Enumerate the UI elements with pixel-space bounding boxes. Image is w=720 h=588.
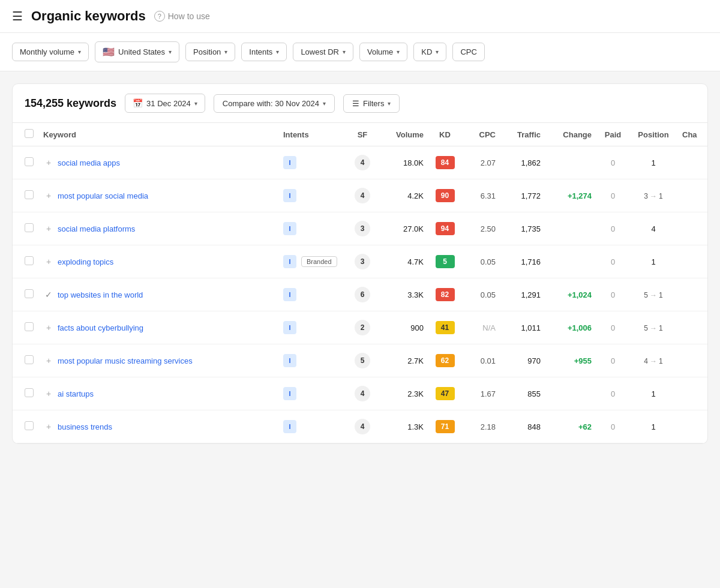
row-checkbox[interactable]	[25, 289, 34, 298]
row-checkbox[interactable]	[25, 256, 34, 265]
cpc-cell: 6.31	[461, 179, 500, 212]
sf-cell: 5	[344, 344, 380, 377]
table-row: +business trendsI41.3K712.18848+6201	[13, 410, 707, 443]
keyword-link[interactable]: facts about cyberbullying	[58, 323, 143, 332]
keywords-table: Keyword Intents SF Volume KD CPC Traffic…	[13, 123, 707, 443]
col-header-keyword[interactable]: Keyword	[38, 123, 278, 146]
kd-badge: 82	[436, 288, 455, 301]
position-dropdown[interactable]: Position ▾	[185, 43, 235, 61]
keyword-link[interactable]: most popular music streaming services	[58, 356, 193, 365]
row-checkbox[interactable]	[25, 388, 34, 397]
col-header-cha[interactable]: Cha	[677, 123, 707, 146]
kd-dropdown[interactable]: KD ▾	[413, 43, 446, 61]
row-checkbox-cell	[13, 146, 38, 179]
sf-badge: 3	[355, 221, 370, 236]
row-checkbox[interactable]	[25, 421, 34, 430]
add-icon[interactable]: +	[43, 191, 54, 200]
kd-label: KD	[421, 47, 432, 56]
volume-cell: 3.3K	[380, 278, 428, 311]
table-row: +social media appsI418.0K842.071,86201	[13, 146, 707, 179]
cpc-cell: 2.50	[461, 212, 500, 245]
keyword-link[interactable]: top websites in the world	[58, 290, 143, 299]
cpc-cell: 0.01	[461, 344, 500, 377]
col-header-volume[interactable]: Volume	[380, 123, 428, 146]
kd-badge: 90	[436, 189, 455, 202]
volume-cell: 4.7K	[380, 245, 428, 278]
compare-label: Compare with: 30 Nov 2024	[223, 99, 319, 108]
sf-cell: 3	[344, 245, 380, 278]
add-icon[interactable]: +	[43, 158, 54, 167]
col-header-sf[interactable]: SF	[344, 123, 380, 146]
lowest-dr-dropdown[interactable]: Lowest DR ▾	[293, 43, 353, 61]
question-icon: ?	[154, 11, 165, 22]
change-value: +1,024	[568, 290, 592, 299]
menu-icon[interactable]: ☰	[12, 9, 23, 23]
filters-button[interactable]: ☰ Filters ▾	[343, 94, 400, 113]
add-icon[interactable]: +	[43, 422, 54, 431]
keyword-link[interactable]: business trends	[58, 422, 112, 431]
cpc-dropdown[interactable]: CPC	[452, 43, 484, 61]
col-header-traffic[interactable]: Traffic	[500, 123, 545, 146]
keyword-link[interactable]: social media platforms	[58, 224, 135, 233]
kd-cell: 84	[428, 146, 461, 179]
position-label: Position	[193, 47, 221, 56]
monthly-volume-dropdown[interactable]: Monthly volume ▾	[12, 43, 89, 61]
date-button[interactable]: 📅 31 Dec 2024 ▾	[125, 94, 205, 113]
volume-dropdown[interactable]: Volume ▾	[359, 43, 407, 61]
main-content: 154,255 keywords 📅 31 Dec 2024 ▾ Compare…	[0, 71, 720, 456]
table-header-bar: 154,255 keywords 📅 31 Dec 2024 ▾ Compare…	[13, 84, 707, 123]
add-icon[interactable]: +	[43, 224, 54, 233]
row-checkbox[interactable]	[25, 190, 34, 199]
country-dropdown[interactable]: 🇺🇸 United States ▾	[95, 41, 179, 62]
arrow-icon: →	[650, 192, 657, 200]
keyword-cell: +ai startups	[38, 377, 278, 410]
intents-cell: I	[278, 377, 344, 410]
how-to-use-link[interactable]: ? How to use	[154, 11, 210, 22]
select-all-checkbox[interactable]	[25, 129, 34, 138]
add-icon[interactable]: +	[43, 257, 54, 266]
keyword-link[interactable]: exploding topics	[58, 257, 113, 266]
change-cell: +1,024	[545, 278, 596, 311]
traffic-cell: 855	[500, 377, 545, 410]
col-header-change[interactable]: Change	[545, 123, 596, 146]
intents-dropdown[interactable]: Intents ▾	[241, 43, 287, 61]
intent-badge: I	[283, 222, 296, 235]
keyword-link[interactable]: most popular social media	[58, 191, 148, 200]
col-header-cpc[interactable]: CPC	[461, 123, 500, 146]
add-icon[interactable]: +	[43, 389, 54, 398]
add-icon[interactable]: +	[43, 323, 54, 332]
position-arrow: 5 → 1	[644, 324, 662, 332]
add-icon[interactable]: +	[43, 356, 54, 365]
col-header-position[interactable]: Position	[629, 123, 677, 146]
cha-cell	[677, 212, 707, 245]
row-checkbox[interactable]	[25, 322, 34, 331]
paid-cell: 0	[596, 410, 629, 443]
calendar-icon: 📅	[133, 98, 143, 108]
traffic-cell: 1,291	[500, 278, 545, 311]
keyword-link[interactable]: social media apps	[58, 158, 120, 167]
compare-button[interactable]: Compare with: 30 Nov 2024 ▾	[214, 94, 335, 113]
row-checkbox-cell	[13, 212, 38, 245]
col-header-paid[interactable]: Paid	[596, 123, 629, 146]
keyword-cell: +exploding topics	[38, 245, 278, 278]
arrow-icon: →	[650, 357, 657, 365]
row-checkbox[interactable]	[25, 157, 34, 166]
keyword-link[interactable]: ai startups	[58, 389, 94, 398]
chevron-down-icon: ▾	[194, 100, 197, 107]
page-title: Organic keywords	[31, 8, 146, 24]
traffic-cell: 1,862	[500, 146, 545, 179]
kd-badge: 71	[436, 420, 455, 433]
how-to-use-label: How to use	[168, 11, 210, 21]
cha-cell	[677, 410, 707, 443]
sf-badge: 5	[355, 353, 370, 368]
row-checkbox[interactable]	[25, 355, 34, 364]
col-header-kd[interactable]: KD	[428, 123, 461, 146]
sf-cell: 4	[344, 146, 380, 179]
paid-cell: 0	[596, 179, 629, 212]
cha-cell	[677, 344, 707, 377]
check-icon[interactable]: ✓	[43, 290, 54, 299]
row-checkbox[interactable]	[25, 223, 34, 232]
col-header-intents[interactable]: Intents	[278, 123, 344, 146]
traffic-cell: 1,772	[500, 179, 545, 212]
change-cell: +955	[545, 344, 596, 377]
